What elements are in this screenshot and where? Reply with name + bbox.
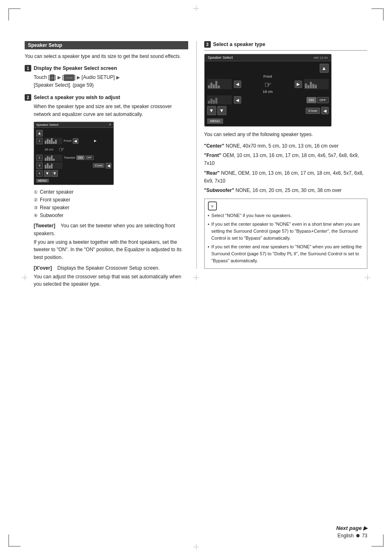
tweeter-detail: If you are using a tweeter together with… bbox=[34, 238, 188, 261]
type-subwoofer: "Subwoofer" NONE, 16 cm, 20 cm, 25 cm, 3… bbox=[204, 187, 368, 194]
front-text-label: Front bbox=[263, 74, 272, 79]
right-screen-titlebar: Speaker Select AM 12:34 bbox=[205, 54, 331, 61]
bar6 bbox=[55, 140, 57, 144]
ls-up-btn[interactable]: ▲ bbox=[36, 130, 43, 136]
bar1 bbox=[45, 141, 46, 144]
tbar2 bbox=[47, 156, 48, 161]
step3-intro: You can select any of the following spea… bbox=[204, 131, 368, 138]
note-box: ≡ • Select "NONE" if you have no speaker… bbox=[204, 199, 368, 269]
screen-front-label: Front bbox=[64, 139, 71, 143]
menu-btn[interactable]: MENU bbox=[36, 179, 49, 183]
step2-body: When the speaker type and size are set, … bbox=[34, 103, 188, 118]
xover-right-arrow[interactable]: ◀ bbox=[321, 107, 329, 114]
type-front: "Front" OEM, 10 cm, 13 cm, 16 cm, 17 cm,… bbox=[204, 152, 368, 167]
rlb1 bbox=[208, 101, 210, 104]
note-bullet-3: • bbox=[208, 243, 210, 264]
page-number: 73 bbox=[362, 533, 367, 539]
bar4 bbox=[51, 138, 53, 144]
tweeter-toggle: ON OFF bbox=[307, 97, 329, 103]
rear-arrow-left[interactable]: ◀ bbox=[234, 96, 241, 104]
tbar3 bbox=[49, 157, 51, 161]
ls-down-btn[interactable]: ▼ bbox=[44, 170, 51, 177]
note-text-3: If you set the center and rear speakers … bbox=[211, 243, 364, 264]
xover-screen-btn[interactable]: X'over bbox=[306, 108, 320, 114]
xover-label: [X'over] bbox=[34, 265, 52, 271]
type-front-name: "Front" bbox=[204, 153, 221, 158]
right-menu-btn[interactable]: MENU bbox=[207, 118, 224, 124]
step1-title: Display the Speaker Select screen bbox=[34, 65, 117, 71]
screen-icon-2: 2 bbox=[36, 155, 43, 161]
screen-tweeter-toggle: ON OFF bbox=[76, 155, 94, 160]
step1-instruction: Touch [♪] ▶ [→—] ▶ [Audio SETUP] ▶ [Spea… bbox=[34, 74, 188, 89]
screen-bars-tweeter bbox=[44, 155, 62, 161]
note-text-1: Select "NONE" if you have no speakers. bbox=[211, 212, 292, 219]
corner-mark-br bbox=[371, 534, 384, 547]
section-title: Speaker Setup bbox=[25, 41, 188, 49]
toggle-on-btn[interactable]: ON bbox=[307, 97, 316, 103]
numbered-list: ① Center speaker ② Front speaker ③ Rear … bbox=[34, 188, 188, 220]
circle-1: ① bbox=[34, 189, 38, 196]
tbar5 bbox=[53, 159, 55, 161]
note-bullet-1: • bbox=[208, 212, 210, 219]
tweeter-item: [Tweeter] You can set the tweeter when y… bbox=[34, 222, 188, 237]
fb4 bbox=[215, 81, 217, 88]
front-row: ◀ Front ☞ 18 cm ▶ bbox=[207, 74, 329, 94]
bar2 bbox=[47, 139, 48, 144]
note-1: • Select "NONE" if you have no speakers. bbox=[208, 212, 364, 219]
front-arrow-right[interactable]: ▶ bbox=[295, 81, 302, 88]
hand-icon-right: ☞ bbox=[264, 80, 272, 90]
list-item-3: ③ Rear speaker bbox=[34, 204, 188, 212]
screen-row-1: ▲ bbox=[36, 130, 111, 136]
xover-btn[interactable]: X'over bbox=[93, 163, 104, 168]
tweeter-label: [Tweeter] bbox=[34, 223, 55, 229]
screen-row-front: 1 Front ◀ ▶ bbox=[36, 138, 111, 144]
screen-18cm-label: 18 cm bbox=[44, 148, 53, 151]
nav-up[interactable]: ▲ bbox=[320, 64, 329, 73]
left-speaker-screen: Speaker Select ⊕ ▲ 1 bbox=[34, 122, 114, 185]
step2-title: Select a speaker you wish to adjust bbox=[34, 95, 120, 100]
icon-arrow-right: →— bbox=[64, 74, 74, 81]
step2-header: 2 Select a speaker you wish to adjust bbox=[25, 94, 188, 101]
screen-arrow-left[interactable]: ◀ bbox=[73, 138, 78, 144]
page-info: English 73 bbox=[336, 533, 367, 539]
front-arrow-left[interactable]: ◀ bbox=[234, 81, 241, 88]
step1-header: 1 Display the Speaker Select screen bbox=[25, 65, 188, 72]
xover-body: Displays the Speaker Crossover Setup scr… bbox=[58, 265, 160, 271]
rlb3 bbox=[213, 100, 215, 104]
circle-4: ④ bbox=[34, 212, 38, 220]
type-center: "Center" NONE, 40x70 mm, 5 cm, 10 cm, 13… bbox=[204, 142, 368, 150]
screen-row-4: 4 ▼ ▼ bbox=[36, 170, 111, 177]
label-rear-speaker: Rear speaker bbox=[40, 204, 69, 212]
left-screen-clock: ⊕ bbox=[109, 123, 111, 127]
toggle-off-btn[interactable]: OFF bbox=[317, 97, 329, 103]
nav-down-group: ▼ ▼ bbox=[207, 106, 226, 115]
circle-2: ② bbox=[34, 197, 38, 204]
screen-bars-3 bbox=[44, 162, 62, 169]
right-screen-body: ▲ ◀ bbox=[205, 61, 331, 126]
screen-row-18cm: 18 cm ☞ bbox=[44, 146, 111, 153]
front-size-value: 18 cm bbox=[263, 90, 273, 94]
type-rear-desc: NONE, OEM, 10 cm, 13 cm, 16 cm, 17 cm, 1… bbox=[204, 170, 364, 184]
right-screen-title: Speaker Select bbox=[208, 56, 233, 60]
ls-updown-right: ▼ ▼ bbox=[44, 170, 58, 177]
main-content: Speaker Setup You can select a speaker t… bbox=[25, 41, 367, 522]
fb2 bbox=[210, 83, 212, 88]
screen-row-tweeter: 2 Tweeter ON OFF bbox=[36, 155, 111, 161]
note-3: • If you set the center and rear speaker… bbox=[208, 243, 364, 264]
rlb2 bbox=[210, 99, 212, 104]
nav-down[interactable]: ▼ bbox=[207, 106, 216, 115]
type-center-desc: NONE, 40x70 mm, 5 cm, 10 cm, 13 cm, 16 c… bbox=[226, 143, 339, 149]
next-page-label: Next page ▶ bbox=[336, 525, 367, 531]
icon-music: ♪ bbox=[50, 74, 55, 81]
nav-row: ▲ bbox=[207, 64, 329, 73]
nav-down2[interactable]: ▼ bbox=[217, 106, 226, 115]
xover-arrow[interactable]: ◀ bbox=[106, 163, 111, 169]
rb2 bbox=[307, 85, 309, 88]
type-rear-name: "Rear" bbox=[204, 170, 220, 176]
ls-down-btn2[interactable]: ▼ bbox=[51, 170, 58, 177]
tweeter-off-btn[interactable]: OFF bbox=[85, 155, 94, 160]
circle-3: ③ bbox=[34, 204, 38, 212]
ls-updown-left: ▲ bbox=[36, 130, 43, 136]
tweeter-on-btn[interactable]: ON bbox=[76, 155, 84, 160]
right-speaker-screen: Speaker Select AM 12:34 ▲ bbox=[204, 54, 332, 127]
